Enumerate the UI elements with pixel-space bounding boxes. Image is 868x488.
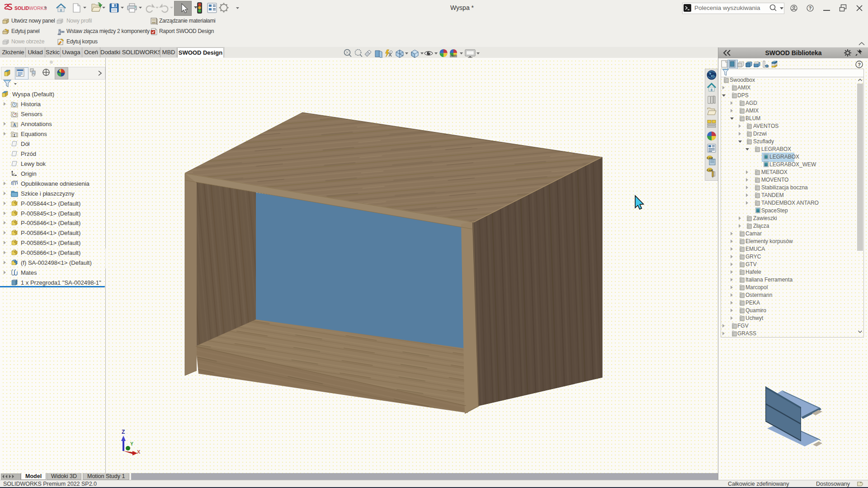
svg-text:X: X bbox=[137, 449, 141, 455]
svg-text:?: ? bbox=[858, 62, 861, 67]
svg-text:Y: Y bbox=[130, 441, 133, 446]
svg-text:?: ? bbox=[809, 6, 811, 11]
svg-text:Z: Z bbox=[122, 429, 125, 435]
svg-text:●: ● bbox=[711, 74, 712, 77]
svg-text:SOLIDWORKS: SOLIDWORKS bbox=[14, 5, 47, 11]
